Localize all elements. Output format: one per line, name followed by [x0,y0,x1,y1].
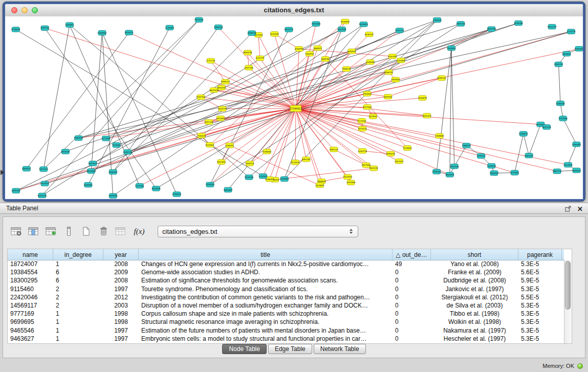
graph-node[interactable]: 1362913 [477,154,486,159]
graph-node[interactable]: 3396482 [572,142,581,147]
column-header-title[interactable]: title [139,249,393,260]
graph-node[interactable]: 6960708 [74,136,83,141]
graph-node[interactable]: 2618223 [125,30,134,35]
table-row[interactable]: 1456911722003Disruption of a novel membe… [8,301,564,310]
graph-node[interactable]: 4531349 [542,125,551,130]
graph-node[interactable]: 8051352 [302,157,311,162]
graph-node[interactable]: 8390545 [98,30,106,35]
table-scrollbar[interactable] [564,260,572,343]
graph-node[interactable]: 8839546 [152,186,161,191]
graph-node[interactable]: 4984289 [337,27,346,32]
table-row[interactable]: 946554611997Estimation of the future num… [8,326,564,335]
graph-node[interactable]: 3110175 [567,29,576,34]
graph-node[interactable]: 2765448 [433,17,442,23]
graph-node[interactable]: 7816700 [245,175,253,180]
graph-node[interactable]: 8240747 [365,32,374,37]
graph-node[interactable]: 1809056 [84,182,93,187]
graph-node[interactable]: 1697850 [108,193,117,199]
graph-node[interactable]: 7812020 [343,174,352,180]
column-header-in-degree[interactable]: in_degree [53,249,103,260]
collapsed-panel-arrow-icon[interactable] [1,170,5,175]
graph-node[interactable]: 9941377 [548,24,556,29]
graph-node[interactable]: 8717384 [363,104,372,110]
graph-node[interactable]: 3143542 [291,160,300,165]
zoom-window-button[interactable] [32,7,38,13]
create-column-icon[interactable] [44,224,58,238]
graph-node[interactable]: 6949706 [514,20,523,26]
graph-node[interactable]: 1444805 [397,58,405,63]
graph-node[interactable]: 4280754 [295,47,303,52]
graph-node[interactable]: 1822729 [218,106,227,112]
graph-node[interactable]: 7916964 [112,143,121,148]
graph-node[interactable]: 1548851 [66,23,74,28]
graph-node[interactable]: 8904521 [22,166,31,171]
graph-node[interactable]: 6257278 [38,193,47,198]
graph-node[interactable]: 2111191 [206,58,215,63]
table-options-icon[interactable] [9,224,24,238]
graph-node[interactable]: 6595235 [386,151,395,157]
graph-node[interactable]: 8142061 [206,142,214,147]
graph-node[interactable]: 8766793 [384,70,393,75]
graph-node[interactable]: 9646939 [347,49,356,54]
graph-node[interactable]: 17240423 [290,105,302,112]
float-panel-icon[interactable] [565,206,571,212]
graph-node[interactable]: 3085782 [321,56,330,61]
table-row[interactable]: 946362711997Embryonic stem cells: a mode… [8,335,564,343]
column-header-out-de-[interactable]: △ out_de… [393,249,431,260]
graph-node[interactable]: 8569246 [243,50,252,55]
graph-node[interactable]: 2980947 [462,143,471,148]
delete-table-icon[interactable] [96,224,111,238]
column-header-year[interactable]: year [103,249,139,260]
graph-node[interactable]: 9290995 [341,19,350,24]
function-builder-icon[interactable]: f(x) [131,224,147,238]
graph-node[interactable]: 6831927 [89,161,97,166]
graph-node[interactable]: 4813044 [217,160,226,165]
scrollbar-thumb[interactable] [565,261,571,310]
graph-node[interactable]: 5935742 [123,149,132,155]
table-row[interactable]: 1830029562008Estimation of significance … [8,276,564,285]
graph-node[interactable]: 7857337 [330,147,338,152]
graph-node[interactable]: 4390487 [432,169,441,174]
graph-node[interactable]: 7633346 [194,17,203,23]
graph-node[interactable]: 5268461 [575,47,583,52]
graph-node[interactable]: 9938594 [447,46,456,51]
new-table-icon[interactable] [79,224,93,238]
graph-node[interactable]: 3041230 [205,120,213,125]
graph-node[interactable]: 7166326 [197,133,206,138]
network-canvas[interactable]: 8717384182256171172629374434659523561847… [5,16,583,199]
graph-node[interactable]: 1368080 [435,134,444,139]
graph-node[interactable]: 9361243 [39,167,48,172]
graph-node[interactable]: 4905124 [221,79,230,84]
graph-node[interactable]: 3145452 [165,25,174,30]
graph-node[interactable]: 5161959 [388,54,397,59]
graph-node[interactable]: 5245671 [519,132,528,137]
graph-node[interactable]: 4495720 [248,31,256,36]
graph-node[interactable]: 7928983 [206,182,214,187]
graph-node[interactable]: 5896324 [554,62,563,67]
graph-node[interactable]: 7836200 [312,21,320,27]
graph-node[interactable]: 6184736 [358,148,367,154]
graph-node[interactable]: 7117262 [357,118,366,123]
graph-node[interactable]: 1448406 [366,60,375,65]
graph-node[interactable]: 9043423 [423,113,431,118]
graph-node[interactable]: 7484753 [305,51,314,56]
graph-node[interactable]: 3764967 [363,91,372,96]
graph-node[interactable]: 7267738 [40,26,49,31]
graph-node[interactable]: 2143633 [259,173,268,179]
close-window-button[interactable] [11,7,17,13]
table-row[interactable]: 977716911998Corpus callosum shape and si… [8,310,564,318]
column-visibility-icon[interactable] [27,224,41,238]
graph-node[interactable]: 9993809 [87,169,96,174]
column-header-pagerank[interactable]: pagerank [518,249,562,260]
minimize-window-button[interactable] [21,7,28,13]
graph-node[interactable]: 2840931 [572,168,581,173]
close-panel-icon[interactable]: ✕ [577,206,583,212]
merge-column-icon[interactable] [61,224,76,238]
graph-node[interactable]: 5625024 [359,22,368,27]
table-row[interactable]: 1872400712008Changes of HCN gene express… [8,260,564,268]
graph-node[interactable]: 6796970 [172,192,181,197]
graph-node[interactable]: 3165682 [263,149,271,154]
table-row[interactable]: 969969511998Structural magnetic resonanc… [8,318,564,326]
graph-node[interactable]: 2858387 [108,169,117,174]
graph-node[interactable]: 7622235 [369,166,378,171]
